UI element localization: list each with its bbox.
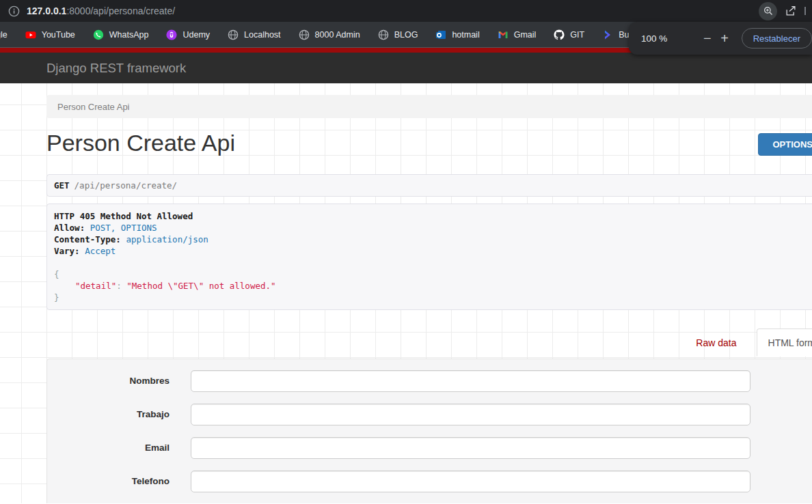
chevron-icon <box>602 29 613 40</box>
url-path: :8000/api/persona/create/ <box>66 5 175 16</box>
tab-raw-data[interactable]: Raw data <box>686 331 746 355</box>
url-text: 127.0.0.1:8000/api/persona/create/ <box>27 5 175 16</box>
request-method: GET <box>54 180 70 191</box>
bookmark-blog[interactable]: BLOG <box>369 25 427 44</box>
email-label: Email <box>60 437 170 459</box>
html-form-panel: Nombres Trabajo Email Telefono <box>46 359 812 503</box>
breadcrumb: Person Create Api <box>46 95 812 118</box>
zoom-magnifier-button[interactable] <box>759 2 777 20</box>
globe-icon <box>228 29 239 40</box>
bookmark-git[interactable]: GIT <box>545 25 593 44</box>
response-status-line: HTTP 405 Method Not Allowed <box>54 210 812 222</box>
response-json-close: } <box>54 292 812 303</box>
request-line: GET/api/persona/create/ <box>46 174 812 197</box>
zoom-level-text: 100 % <box>641 33 667 44</box>
share-icon <box>784 4 798 18</box>
zoom-popup: 100 % − + Restablecer <box>629 22 812 55</box>
share-button[interactable] <box>783 3 799 19</box>
whatsapp-icon <box>93 29 104 40</box>
zoom-reset-button[interactable]: Restablecer <box>742 28 812 48</box>
form-row-email: Email <box>60 437 812 459</box>
bookmark-label: Gmail <box>514 30 537 40</box>
page-content: Person Create Api Person Create Api OPTI… <box>0 83 812 503</box>
bookmark-label: WhatsApp <box>109 30 149 40</box>
youtube-icon <box>25 29 36 40</box>
bookmark-label: gle <box>0 30 8 40</box>
form-row-telefono: Telefono <box>60 471 812 492</box>
options-button[interactable]: OPTIONS <box>758 133 812 156</box>
bookmark-youtube[interactable]: YouTube <box>16 25 84 44</box>
form-row-trabajo: Trabajo <box>60 404 812 425</box>
zoom-out-button[interactable]: − <box>699 31 716 45</box>
bookmark-label: YouTube <box>42 30 75 40</box>
bookmark-8000-admin[interactable]: 8000 Admin <box>290 25 369 44</box>
page-info-icon[interactable] <box>8 5 20 17</box>
magnifier-plus-icon <box>762 5 774 17</box>
response-header-allow: Allow: POST, OPTIONS <box>54 222 812 234</box>
request-path: /api/persona/create/ <box>75 180 178 191</box>
bookmark-label: Localhost <box>244 30 281 40</box>
bookmark-label: Udemy <box>182 30 210 40</box>
bookmark-label: 8000 Admin <box>315 30 360 40</box>
globe-icon <box>299 29 310 40</box>
drf-navbar: Django REST framework <box>0 53 812 83</box>
bookmark-label: BLOG <box>394 30 418 40</box>
bookmark-udemy[interactable]: Udemy <box>157 25 219 44</box>
globe-icon <box>378 29 389 40</box>
nombres-label: Nombres <box>60 370 170 392</box>
response-block: HTTP 405 Method Not Allowed Allow: POST,… <box>46 204 812 310</box>
address-bar[interactable]: 127.0.0.1:8000/api/persona/create/ <box>0 0 812 22</box>
trabajo-input[interactable] <box>191 404 750 425</box>
response-json-open: { <box>54 268 812 280</box>
bookmark-hotmail[interactable]: hotmail <box>427 25 488 44</box>
page-header: Person Create Api OPTIONS <box>46 128 812 158</box>
zoom-in-button[interactable]: + <box>716 31 733 45</box>
url-host: 127.0.0.1 <box>27 5 66 16</box>
outlook-icon <box>435 29 446 40</box>
bookmark-label: GIT <box>570 30 584 40</box>
udemy-icon <box>166 29 177 40</box>
telefono-label: Telefono <box>60 471 170 492</box>
response-header-vary: Vary: Accept <box>54 245 812 257</box>
email-input[interactable] <box>191 437 750 459</box>
toolbar-cut-icon <box>804 7 808 15</box>
page-title: Person Create Api <box>46 128 812 158</box>
form-row-nombres: Nombres <box>60 370 812 392</box>
breadcrumb-current: Person Create Api <box>57 102 130 112</box>
telefono-input[interactable] <box>191 471 750 492</box>
response-header-content-type: Content-Type: application/json <box>54 234 812 245</box>
github-icon <box>554 29 565 40</box>
response-json-detail: "detail": "Method \"GET\" not allowed." <box>54 280 812 292</box>
bookmark-label: hotmail <box>452 30 479 40</box>
bookmark-whatsapp[interactable]: WhatsApp <box>84 25 158 44</box>
bookmark-gmail[interactable]: Gmail <box>489 25 545 44</box>
nombres-input[interactable] <box>191 370 750 392</box>
bookmark-localhost[interactable]: Localhost <box>219 25 290 44</box>
trabajo-label: Trabajo <box>60 404 170 425</box>
bookmark-google-partial[interactable]: gle <box>0 25 16 44</box>
response-blank-line <box>54 257 812 268</box>
gmail-icon <box>498 29 509 40</box>
tab-html-form[interactable]: HTML form <box>757 328 812 356</box>
form-switcher-tabs: Raw data HTML form <box>46 328 812 356</box>
drf-brand[interactable]: Django REST framework <box>46 61 186 76</box>
